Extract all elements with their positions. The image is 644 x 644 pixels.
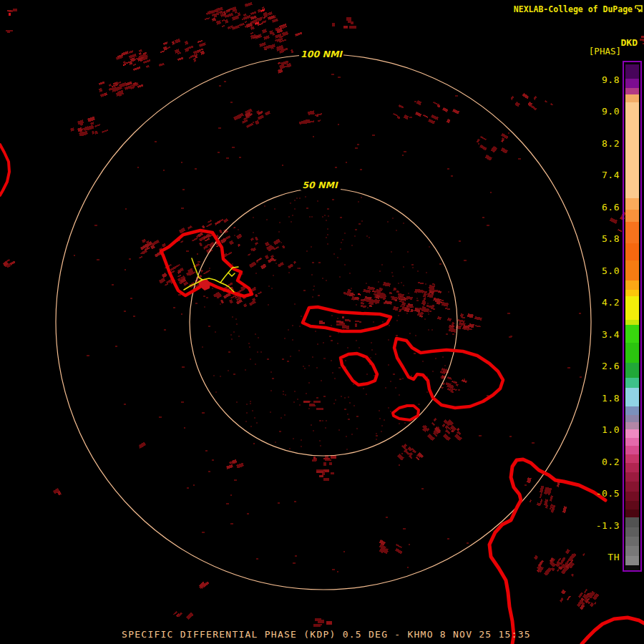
range-ring-labels: 100 NMI 50 NMI bbox=[299, 47, 343, 190]
echo-scatter-layer bbox=[74, 74, 582, 572]
range-rings bbox=[56, 54, 591, 590]
colorbar-tick-label: 5.8 bbox=[602, 233, 620, 244]
coastline-big-island-southeast bbox=[582, 618, 644, 644]
product-units-label: [PHAS] bbox=[589, 46, 621, 57]
colorbar-segments bbox=[625, 64, 639, 570]
colorbar-tick-label: 1.8 bbox=[602, 393, 620, 404]
echo-cluster-layer bbox=[3, 2, 644, 627]
attribution-text: NEXLAB-College of DuPage bbox=[514, 4, 633, 14]
colorbar-tick-labels: 9.89.08.27.46.65.85.04.23.42.61.81.00.2-… bbox=[596, 74, 620, 563]
product-code-label: DKD bbox=[621, 37, 638, 48]
range-ring-100nmi bbox=[56, 54, 591, 590]
coastline-kauai bbox=[0, 145, 9, 195]
colorbar-tick-label: 6.6 bbox=[602, 202, 620, 213]
colorbar-tick-label: 0.2 bbox=[602, 457, 620, 467]
coastline-maui bbox=[394, 338, 503, 408]
colorbar: 9.89.08.27.46.65.85.04.23.42.61.81.00.2-… bbox=[596, 62, 641, 571]
colorbar-tick-label: -1.3 bbox=[596, 520, 620, 531]
radar-display: 100 NMI 50 NMI 9.89.08.27.46.65.85.04.23… bbox=[0, 0, 644, 644]
colorbar-tick-label: 2.6 bbox=[602, 361, 620, 371]
ring-label-50nmi: 50 NMI bbox=[302, 180, 338, 190]
colorbar-tick-label: 1.0 bbox=[602, 424, 620, 435]
annotations: NEXLAB-College of DuPage DKD [PHAS] SPEC… bbox=[122, 4, 642, 640]
coastlines bbox=[0, 145, 644, 644]
ring-label-100nmi: 100 NMI bbox=[301, 49, 343, 59]
colorbar-tick-label: 9.8 bbox=[602, 74, 620, 85]
coastline-lanai bbox=[341, 353, 377, 385]
coastline-kahoolawe bbox=[393, 406, 419, 420]
product-footer-text: SPECIFIC DIFFERENTIAL PHASE (KDP) 0.5 DE… bbox=[122, 629, 531, 640]
road-branch bbox=[228, 273, 235, 276]
colorbar-tick-label: 5.0 bbox=[602, 265, 620, 276]
echo-center-field-layer bbox=[195, 196, 454, 450]
cod-logo-icon bbox=[635, 6, 642, 12]
colorbar-tick-label: 9.0 bbox=[602, 106, 620, 117]
colorbar-tick-label: 7.4 bbox=[602, 170, 620, 180]
colorbar-tick-label: 3.4 bbox=[602, 329, 620, 340]
radar-canvas: 100 NMI 50 NMI 9.89.08.27.46.65.85.04.23… bbox=[0, 0, 644, 644]
coastline-big-island-north bbox=[489, 459, 605, 644]
colorbar-tick-label: -0.5 bbox=[596, 488, 620, 499]
colorbar-tick-label: TH bbox=[608, 552, 620, 562]
colorbar-tick-label: 8.2 bbox=[602, 138, 620, 149]
colorbar-tick-label: 4.2 bbox=[602, 297, 620, 308]
